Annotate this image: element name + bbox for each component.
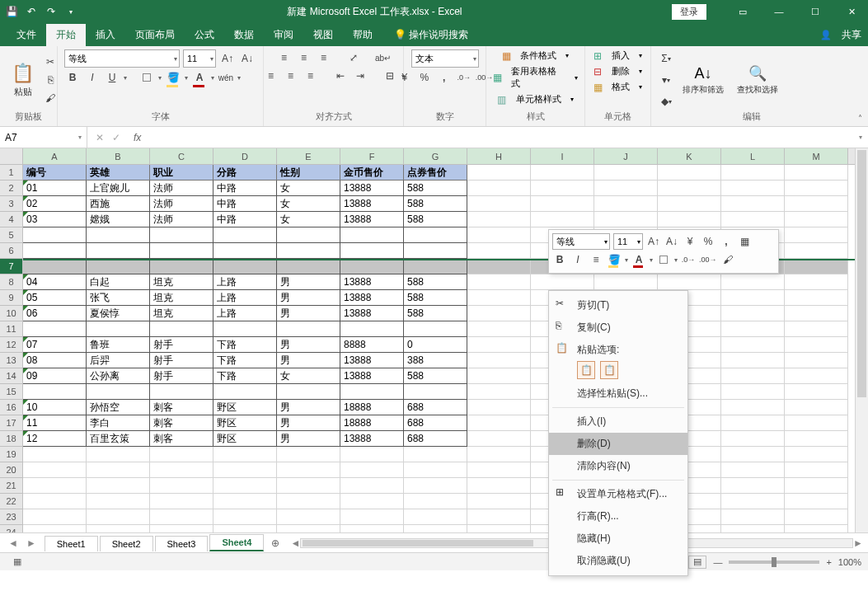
cell-B1[interactable]: 英雄 xyxy=(87,165,150,181)
cell-D14[interactable]: 下路 xyxy=(213,368,277,384)
cell-H15[interactable] xyxy=(467,384,531,400)
cell-A9[interactable]: 05 xyxy=(23,290,87,306)
ribbon-display-icon[interactable]: ▭ xyxy=(726,0,759,23)
bold-button[interactable]: B xyxy=(64,69,81,86)
cell-G1[interactable]: 点券售价 xyxy=(404,165,467,181)
cell-A24[interactable] xyxy=(23,525,87,532)
cell-C3[interactable]: 法师 xyxy=(150,196,213,212)
cell-L14[interactable] xyxy=(721,368,785,384)
mini-italic-button[interactable]: I xyxy=(570,252,585,267)
cell-M6[interactable] xyxy=(785,243,848,259)
mini-format-painter-icon[interactable]: ▦ xyxy=(737,234,752,249)
col-header-A[interactable]: A xyxy=(23,148,87,164)
cell-L10[interactable] xyxy=(721,306,785,321)
cell-B9[interactable]: 张飞 xyxy=(87,290,150,306)
accounting-format-icon[interactable]: ¥ xyxy=(396,69,413,86)
cell-E9[interactable]: 男 xyxy=(277,290,340,306)
cm-delete[interactable]: 删除(D) xyxy=(549,433,687,455)
cell-B19[interactable] xyxy=(87,447,150,462)
add-sheet-button[interactable]: ⊕ xyxy=(265,537,285,549)
sheet-tab-Sheet3[interactable]: Sheet3 xyxy=(155,536,209,551)
cell-M4[interactable] xyxy=(785,212,848,227)
cell-G14[interactable]: 588 xyxy=(404,368,467,384)
cell-L13[interactable] xyxy=(721,353,785,368)
tab-页面布局[interactable]: 页面布局 xyxy=(125,24,185,46)
cell-L9[interactable] xyxy=(721,290,785,306)
cell-M13[interactable] xyxy=(785,353,848,368)
cell-H10[interactable] xyxy=(467,306,531,321)
qat-dropdown-icon[interactable]: ▾ xyxy=(64,5,77,18)
cell-D15[interactable] xyxy=(213,384,277,400)
row-header-22[interactable]: 22 xyxy=(0,494,22,509)
cell-H21[interactable] xyxy=(467,478,531,494)
name-box[interactable]: A7▾ xyxy=(0,127,87,148)
format-as-table-button[interactable]: ▦ 套用表格格式 ▾ xyxy=(493,65,578,90)
cell-A8[interactable]: 04 xyxy=(23,274,87,290)
collapse-ribbon-icon[interactable]: ˄ xyxy=(852,46,868,126)
cell-A11[interactable] xyxy=(23,321,87,337)
maximize-icon[interactable]: ☐ xyxy=(799,0,832,23)
font-color-button[interactable]: A xyxy=(191,69,208,86)
cell-A14[interactable]: 09 xyxy=(23,368,87,384)
cell-F17[interactable]: 18888 xyxy=(340,415,404,431)
cell-K1[interactable] xyxy=(658,165,721,181)
cell-G18[interactable]: 688 xyxy=(404,431,467,447)
cell-H6[interactable] xyxy=(467,243,531,259)
row-header-9[interactable]: 9 xyxy=(0,290,22,306)
cell-C7[interactable] xyxy=(150,260,213,274)
row-header-18[interactable]: 18 xyxy=(0,431,22,447)
row-header-7[interactable]: 7 xyxy=(0,259,22,274)
cell-J1[interactable] xyxy=(594,165,658,181)
cell-M10[interactable] xyxy=(785,306,848,321)
row-header-10[interactable]: 10 xyxy=(0,306,22,321)
cell-E21[interactable] xyxy=(277,478,340,494)
row-header-8[interactable]: 8 xyxy=(0,274,22,290)
paste-button[interactable]: 📋 粘贴 xyxy=(7,61,39,100)
cell-A13[interactable]: 08 xyxy=(23,353,87,368)
row-header-2[interactable]: 2 xyxy=(0,181,22,196)
fill-color-button[interactable]: 🪣 xyxy=(165,69,181,86)
cell-L20[interactable] xyxy=(721,462,785,478)
cm-clear[interactable]: 清除内容(N) xyxy=(549,455,687,477)
cell-H13[interactable] xyxy=(467,353,531,368)
align-left-icon[interactable]: ≡ xyxy=(263,68,279,84)
cell-H22[interactable] xyxy=(467,494,531,509)
mini-brush-icon[interactable]: 🖌 xyxy=(720,252,735,267)
format-painter-icon[interactable]: 🖌 xyxy=(42,90,59,106)
cell-D13[interactable]: 下路 xyxy=(213,353,277,368)
cell-M1[interactable] xyxy=(785,165,848,181)
conditional-format-button[interactable]: ▦ 条件格式 ▾ xyxy=(502,49,570,62)
cell-F11[interactable] xyxy=(340,321,404,337)
cell-G16[interactable]: 688 xyxy=(404,400,467,415)
mini-border-icon[interactable] xyxy=(656,252,671,267)
cell-G7[interactable] xyxy=(404,260,467,274)
cell-F1[interactable]: 金币售价 xyxy=(340,165,404,181)
col-header-I[interactable]: I xyxy=(531,148,594,164)
col-header-E[interactable]: E xyxy=(277,148,340,164)
cell-D3[interactable]: 中路 xyxy=(213,196,277,212)
cell-F8[interactable]: 13888 xyxy=(340,274,404,290)
cell-D9[interactable]: 上路 xyxy=(213,290,277,306)
paste-option-values[interactable]: 📋 xyxy=(600,361,618,379)
cell-H5[interactable] xyxy=(467,227,531,243)
cell-I8[interactable] xyxy=(531,274,594,290)
cell-L2[interactable] xyxy=(721,181,785,196)
cell-E18[interactable]: 男 xyxy=(277,431,340,447)
minimize-icon[interactable]: — xyxy=(762,0,795,23)
row-header-19[interactable]: 19 xyxy=(0,447,22,462)
cell-F18[interactable]: 13888 xyxy=(340,431,404,447)
cell-G17[interactable]: 688 xyxy=(404,415,467,431)
cell-C9[interactable]: 坦克 xyxy=(150,290,213,306)
col-header-M[interactable]: M xyxy=(785,148,848,164)
cell-K2[interactable] xyxy=(658,181,721,196)
cell-C2[interactable]: 法师 xyxy=(150,181,213,196)
cell-M2[interactable] xyxy=(785,181,848,196)
cell-L4[interactable] xyxy=(721,212,785,227)
cell-L15[interactable] xyxy=(721,384,785,400)
cell-A16[interactable]: 10 xyxy=(23,400,87,415)
zoom-level[interactable]: 100% xyxy=(838,557,861,567)
decrease-indent-icon[interactable]: ⇤ xyxy=(332,68,349,84)
sheet-nav-prev-icon[interactable]: ◄ xyxy=(8,537,18,549)
cell-H20[interactable] xyxy=(467,462,531,478)
cell-M15[interactable] xyxy=(785,384,848,400)
